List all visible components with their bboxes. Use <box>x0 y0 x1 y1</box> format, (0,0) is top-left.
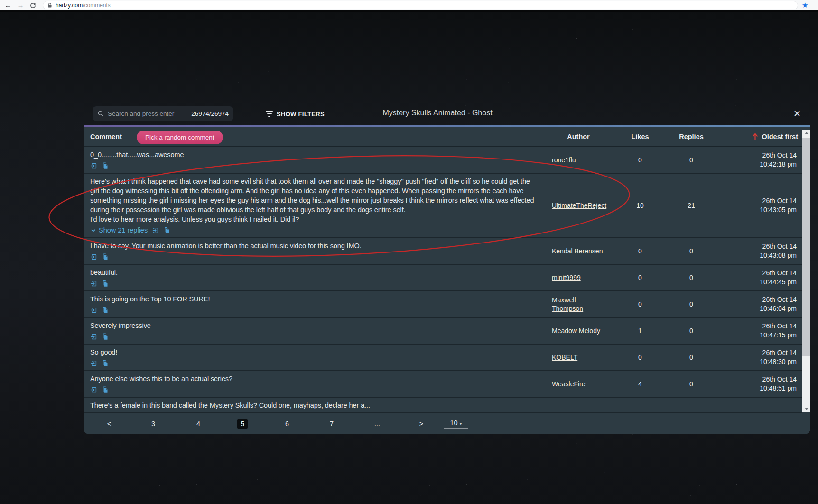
author-link[interactable]: Maxwell Thompson <box>552 296 583 312</box>
author-cell: WeasleFire <box>552 380 605 388</box>
comment-counter: 26974/26974 <box>191 110 229 117</box>
copy-comment-icon[interactable] <box>102 360 109 367</box>
comment-actions <box>90 385 539 394</box>
author-link[interactable]: minit9999 <box>552 274 581 281</box>
comment-text: There's a female in this band called the… <box>90 401 539 410</box>
replies-cell: 0 <box>672 300 710 308</box>
page-button[interactable]: 7 <box>322 420 341 428</box>
comment-row: Anyone else wishes this to be an actual … <box>84 371 802 398</box>
copy-comment-icon[interactable] <box>102 280 109 287</box>
open-comment-icon[interactable] <box>90 253 97 261</box>
reload-icon[interactable] <box>27 2 39 9</box>
comment-text: beautiful. <box>90 268 539 277</box>
open-comment-icon[interactable] <box>90 162 97 169</box>
comment-actions <box>90 305 539 315</box>
date-cell: 26th Oct 14 10:46:04 pm <box>721 295 797 313</box>
comment-time: 10:44:45 pm <box>721 278 797 287</box>
copy-comment-icon[interactable] <box>163 227 170 234</box>
copy-comment-icon[interactable] <box>102 386 109 393</box>
scrollbar[interactable] <box>802 130 810 412</box>
header-comment: Comment <box>90 133 122 140</box>
show-filters-button[interactable]: SHOW FILTERS <box>266 109 325 119</box>
likes-cell: 1 <box>621 327 659 335</box>
comments-list: 0_0........that.....was...awesome <box>84 147 802 411</box>
author-link[interactable]: KOBELT <box>552 354 577 361</box>
pick-random-comment-button[interactable]: Pick a random comment <box>137 131 223 144</box>
comment-cell: So good! <box>90 347 539 368</box>
replies-cell: 0 <box>672 156 710 164</box>
open-comment-icon[interactable] <box>90 360 97 367</box>
replies-cell: 0 <box>672 380 710 388</box>
comment-time: 10:43:08 pm <box>721 251 797 260</box>
close-icon[interactable]: ✕ <box>790 107 804 121</box>
open-comment-icon[interactable] <box>152 227 159 234</box>
date-cell: 26th Oct 14 10:48:30 pm <box>721 348 797 366</box>
author-link[interactable]: UltimateTheReject <box>552 202 606 209</box>
sort-order-button[interactable]: Oldest first <box>752 133 798 140</box>
comment-row: So good! <box>84 345 802 371</box>
bookmark-star-icon[interactable]: ★ <box>802 0 808 10</box>
replies-cell: 0 <box>672 247 710 255</box>
scrollbar-thumb[interactable] <box>802 138 810 356</box>
author-link[interactable]: WeasleFire <box>552 380 586 388</box>
page-button[interactable]: 4 <box>189 420 208 428</box>
page-button-active[interactable]: 5 <box>233 419 252 429</box>
date-cell: 26th Oct 14 10:43:05 pm <box>721 196 797 215</box>
comment-row: There's a female in this band called the… <box>84 398 802 411</box>
scroll-down-button[interactable] <box>802 405 810 412</box>
header-likes: Likes <box>621 133 659 140</box>
author-link[interactable]: Kendal Berensen <box>552 247 603 255</box>
comment-actions <box>90 252 539 261</box>
author-cell: minit9999 <box>552 273 605 282</box>
copy-comment-icon[interactable] <box>102 333 109 340</box>
table-header: Comment Pick a random comment Author Lik… <box>84 127 810 147</box>
back-icon[interactable]: ← <box>2 0 14 10</box>
comment-cell: 0_0........that.....was...awesome <box>90 150 539 170</box>
comment-date: 26th Oct 14 <box>721 348 797 357</box>
next-page-button[interactable]: > <box>412 420 431 428</box>
page-button[interactable]: 3 <box>144 420 163 428</box>
comment-date: 26th Oct 14 <box>721 242 797 251</box>
url-bar[interactable]: hadzy.com/comments <box>43 1 798 9</box>
sort-order-label: Oldest first <box>762 133 798 140</box>
comment-time: 10:43:05 pm <box>721 205 797 215</box>
comments-panel: Comment Pick a random comment Author Lik… <box>84 125 810 434</box>
comment-actions <box>90 332 539 341</box>
author-cell: Kendal Berensen <box>552 247 605 255</box>
header-replies: Replies <box>672 133 710 140</box>
search-input[interactable] <box>108 110 191 117</box>
toolbar-divider <box>0 10 818 12</box>
author-link[interactable]: rone1flu <box>552 156 576 164</box>
likes-cell: 0 <box>621 300 659 308</box>
prev-page-button[interactable]: < <box>100 420 119 428</box>
likes-cell: 4 <box>621 380 659 388</box>
likes-cell: 10 <box>621 202 659 209</box>
copy-comment-icon[interactable] <box>102 307 109 314</box>
comment-date: 26th Oct 14 <box>721 295 797 304</box>
comment-date: 26th Oct 14 <box>721 375 797 384</box>
browser-toolbar: ← → hadzy.com/comments ★ <box>0 0 818 10</box>
replies-cell: 21 <box>672 202 710 209</box>
url-text: hadzy.com/comments <box>56 2 111 9</box>
open-comment-icon[interactable] <box>90 333 97 340</box>
show-replies-link[interactable]: Show 21 replies <box>90 226 148 234</box>
comment-date: 26th Oct 14 <box>721 322 797 331</box>
copy-comment-icon[interactable] <box>102 162 109 169</box>
open-comment-icon[interactable] <box>90 307 97 314</box>
comment-actions: Show 21 replies <box>90 225 539 235</box>
scroll-up-button[interactable] <box>802 130 810 137</box>
comment-row: Here's what I think happened that cave h… <box>84 174 802 238</box>
author-link[interactable]: Meadow Melody <box>552 327 600 335</box>
comment-time: 10:48:51 pm <box>721 384 797 393</box>
copy-comment-icon[interactable] <box>102 253 109 261</box>
filter-icon <box>266 111 273 117</box>
author-cell: rone1flu <box>552 156 605 164</box>
page-size-select[interactable]: 10▾ <box>444 419 468 429</box>
open-comment-icon[interactable] <box>90 280 97 287</box>
forward-icon[interactable]: → <box>14 0 27 10</box>
comment-time: 10:46:04 pm <box>721 304 797 313</box>
comment-row: I have to say. Your music animation is b… <box>84 238 802 265</box>
open-comment-icon[interactable] <box>90 386 97 393</box>
comment-cell: Here's what I think happened that cave h… <box>90 177 539 235</box>
page-button[interactable]: 6 <box>278 420 297 428</box>
